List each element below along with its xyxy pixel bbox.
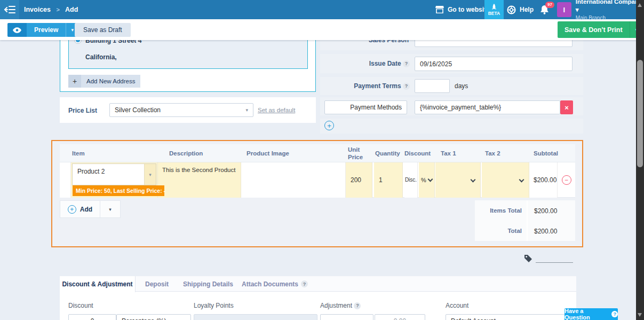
tab-deposit[interactable]: Deposit <box>136 276 178 292</box>
tax2-select[interactable] <box>482 162 529 198</box>
remove-row-button[interactable]: − <box>562 175 571 185</box>
chevron-down-icon <box>427 176 433 182</box>
adjustment-amount: 0.00 <box>394 317 406 320</box>
have-a-question-label: Have a Question <box>565 308 609 320</box>
items-section: Item Description Product Image Unit Pric… <box>51 140 583 247</box>
action-toolbar: Preview ▾ Save as Draft Save & Don't Pri… <box>0 19 644 40</box>
scroll-down-button[interactable] <box>638 313 642 317</box>
price-list-card: Price List Silver Collection ▾ Set as de… <box>60 97 316 123</box>
caret-down-icon: ▾ <box>144 164 156 185</box>
chevron-down-icon <box>471 177 476 183</box>
sidebar-collapse-button[interactable] <box>0 0 19 19</box>
col-header-subtotal: Subtotal <box>534 150 558 157</box>
help-badge-icon[interactable]: ? <box>403 83 410 90</box>
help-badge-icon[interactable]: ? <box>403 60 410 67</box>
item-select[interactable]: Product 2 ▾ <box>72 163 156 185</box>
col-header-unit-price: Unit Price <box>348 146 369 161</box>
payment-terms-input[interactable] <box>415 79 450 93</box>
payment-terms-label: Payment Terms <box>354 82 401 90</box>
payment-methods-label: Payment Methods <box>350 104 402 111</box>
add-new-address-button[interactable]: + Add New Address <box>68 75 140 88</box>
breadcrumb-section[interactable]: Invoices <box>24 6 51 13</box>
adjustment-amount-box[interactable]: 0.00 <box>375 314 425 320</box>
sidebar-collapse-icon <box>4 5 15 14</box>
add-field-button[interactable]: + <box>324 121 334 130</box>
discount-unit-value: Percentage (%) <box>122 317 166 320</box>
account-value: Default Account <box>451 317 496 320</box>
discount-value-input[interactable]: 0 <box>68 314 116 320</box>
preview-button[interactable]: Preview ▾ <box>7 23 78 37</box>
plus-glyph: + <box>70 206 74 213</box>
scroll-up-button[interactable] <box>638 3 642 7</box>
help-badge-icon[interactable]: ? <box>354 302 361 309</box>
add-item-button[interactable]: + Add <box>60 200 100 218</box>
breadcrumb-page: Add <box>65 6 78 13</box>
close-icon: × <box>565 104 569 112</box>
go-to-website-label: Go to website <box>448 6 490 13</box>
product-image-cell[interactable] <box>241 162 346 198</box>
set-as-default-link[interactable]: Set as default <box>258 107 295 113</box>
adjustment-input[interactable] <box>320 314 373 320</box>
branch-name: Main Branch <box>576 15 606 21</box>
save-dont-print-button[interactable]: Save & Don't Print ▾ <box>558 21 643 38</box>
issue-date-input[interactable]: 09/16/2025 <box>415 57 573 71</box>
account-menu[interactable]: I International Company ▾ Main Branch <box>557 0 644 19</box>
discount-unit-select[interactable]: % <box>419 162 435 198</box>
caret-down-icon: ▾ <box>109 207 112 212</box>
chevron-down-icon <box>519 177 524 183</box>
tab-attach-documents[interactable]: Attach Documents ? <box>238 276 312 292</box>
account-select[interactable]: Default Account <box>446 314 575 320</box>
discount-unit-select-bottom[interactable]: Percentage (%) ▾ <box>116 314 191 320</box>
have-a-question-button[interactable]: Have a Question ? <box>565 308 618 320</box>
tags-input[interactable] <box>524 254 573 263</box>
col-header-discount: Discount <box>404 150 431 157</box>
storefront-icon <box>435 6 444 13</box>
scrollbar-thumb[interactable] <box>637 60 643 167</box>
price-hint-banner: Min Price: 50, Last Selling Price: - <box>73 185 164 196</box>
price-list-select[interactable]: Silver Collection ▾ <box>109 103 253 117</box>
add-item-label: Add <box>80 206 92 213</box>
help-label: Help <box>520 6 534 13</box>
remove-payment-method-button[interactable]: × <box>560 100 573 114</box>
preview-label: Preview <box>27 23 66 37</box>
add-item-dropdown-button[interactable]: ▾ <box>100 200 121 218</box>
row-handle[interactable] <box>60 162 71 198</box>
beta-label: BETA <box>488 11 500 16</box>
add-new-address-label: Add New Address <box>81 78 140 84</box>
tab-discount-adjustment[interactable]: Discount & Adjustment <box>60 276 136 292</box>
payment-methods-value-input[interactable]: {%invoice_payment_table%} <box>415 100 560 114</box>
save-as-draft-button[interactable]: Save as Draft <box>75 23 131 37</box>
circle-plus-icon: + <box>327 122 331 130</box>
breadcrumb-separator: > <box>53 6 63 13</box>
loyalty-points-box <box>194 314 317 320</box>
totals-panel: Items Total $200.00 Total $200.00 <box>475 200 575 241</box>
payment-methods-label-input[interactable]: Payment Methods <box>324 100 407 114</box>
issue-date-label: Issue Date <box>369 60 401 67</box>
caret-down-icon: ▾ <box>576 6 579 13</box>
scrollbar-track[interactable] <box>636 0 644 320</box>
quantity-cell[interactable]: 1 <box>374 162 403 198</box>
total-value: $200.00 <box>534 228 557 235</box>
col-header-item: Item <box>72 150 85 157</box>
row-actions-cell: − <box>558 162 575 198</box>
minus-icon: − <box>565 176 568 184</box>
help-button[interactable]: Help <box>507 0 534 19</box>
tax1-select[interactable] <box>435 162 481 198</box>
plus-icon: + <box>68 75 81 88</box>
description-cell[interactable]: This is the Second Product <box>158 162 241 198</box>
totals-divider <box>527 200 528 241</box>
tab-label: Deposit <box>145 280 169 288</box>
items-total-label: Items Total <box>475 207 522 214</box>
notification-badge: 97 <box>545 2 554 8</box>
go-to-website-button[interactable]: Go to website <box>435 0 490 19</box>
item-select-value: Product 2 <box>73 164 105 185</box>
price-list-label: Price List <box>68 107 97 114</box>
notifications-button[interactable]: 97 <box>540 5 549 16</box>
beta-badge[interactable]: BETA <box>484 0 504 19</box>
tags-underline <box>536 262 573 263</box>
discount-label: Discount <box>68 302 93 309</box>
unit-price-cell[interactable]: 200 <box>346 162 372 198</box>
address-line-2: California, <box>85 53 117 61</box>
tab-shipping-details[interactable]: Shipping Details <box>178 276 238 292</box>
col-header-description: Description <box>169 150 203 157</box>
